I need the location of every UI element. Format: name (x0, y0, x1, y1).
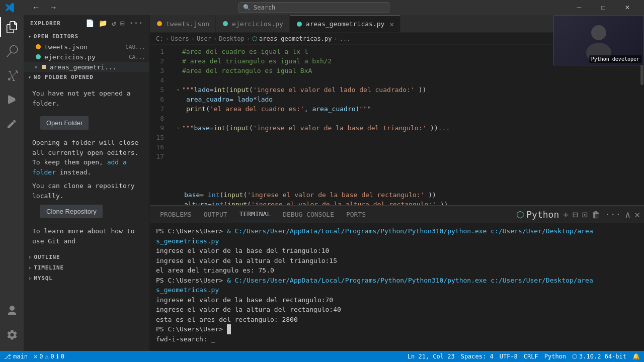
tab-output[interactable]: OUTPUT (198, 208, 233, 221)
status-notification[interactable]: 🔔 (632, 353, 640, 360)
open-folder-button[interactable]: Open Folder (40, 116, 89, 130)
titlebar-left: ← → (5, 2, 60, 13)
terminal-split-btn[interactable]: ⊟ (573, 209, 578, 220)
sidebar-file-ejercicios[interactable]: ejercicios.py CA... (24, 52, 149, 62)
terminal-interpreter: ⬡ Python (516, 209, 559, 220)
activity-run[interactable] (0, 87, 24, 112)
activity-explorer[interactable] (0, 15, 24, 39)
info-icon: ℹ (56, 353, 59, 360)
tab-ejercicios-icon (222, 20, 229, 27)
terminal-line-3: ingrese el valor de la altura del triang… (156, 256, 638, 266)
code-line-11 (174, 142, 640, 152)
mysql-section[interactable]: › MYSQL (24, 273, 149, 284)
nav-back-button[interactable]: ← (29, 2, 43, 13)
clone-repository-button[interactable]: Clone Repository (40, 205, 103, 218)
tab-ejercicios[interactable]: ejercicios.py (216, 15, 290, 33)
notification-icon: 🔔 (632, 353, 640, 360)
status-language[interactable]: Python (544, 353, 566, 360)
terminal-close-btn[interactable]: ✕ (634, 209, 640, 220)
status-language-label: Python (544, 353, 566, 360)
tab-tweets[interactable]: tweets.json (150, 15, 216, 33)
no-folder-section[interactable]: ▾ NO FOLDER OPENED (24, 72, 149, 82)
status-warnings-count: 0 (51, 353, 54, 360)
fold-btn-5[interactable]: ▾ (174, 86, 182, 94)
terminal-layout-btn[interactable]: ⊡ (582, 209, 588, 220)
breadcrumb-users[interactable]: Users (171, 35, 189, 42)
editor-area: tweets.json ejercicios.py areas_geometri… (150, 15, 644, 351)
outline-section[interactable]: › OUTLINE (24, 252, 149, 262)
ejercicios-file-icon (34, 53, 42, 61)
line-numbers: 1 2 3 4 5 6 7 8 9 15 16 17 (150, 45, 170, 205)
status-position[interactable]: Ln 21, Col 23 (408, 353, 455, 360)
status-spaces[interactable]: Spaces: 4 (461, 353, 494, 360)
activity-search[interactable] (0, 39, 24, 63)
timeline-section[interactable]: › TIMELINE (24, 262, 149, 273)
terminal-maximize-btn[interactable]: ∧ (625, 209, 630, 220)
terminal-more-btn[interactable]: ··· (605, 209, 621, 220)
tab-areas-close[interactable]: ✕ (389, 20, 393, 28)
tab-debug[interactable]: DEBUG CONSOLE (277, 208, 340, 221)
fold-btn-9[interactable]: › (174, 124, 182, 132)
terminal-tabs-bar: PROBLEMS OUTPUT TERMINAL DEBUG CONSOLE P… (150, 206, 644, 223)
areas-file-name: areas_geometri... (50, 63, 145, 71)
activity-extensions[interactable] (0, 112, 24, 136)
status-branch[interactable]: ⎇ main (4, 353, 28, 360)
sidebar-file-tweets[interactable]: tweets.json CAU... (24, 42, 149, 52)
outline-chevron: › (28, 254, 32, 260)
tab-areas[interactable]: areas_geometricas.py ✕ (290, 15, 400, 33)
activity-account[interactable] (0, 299, 24, 323)
tweets-file-path: CAU... (125, 44, 145, 50)
error-icon: ✕ (34, 353, 37, 360)
code-line-6: area_cuadro= lado*lado (174, 95, 640, 104)
nav-forward-button[interactable]: → (46, 2, 60, 13)
terminal-add-btn[interactable]: + (563, 209, 569, 220)
activity-settings[interactable] (0, 323, 24, 347)
code-line-16: base= int(input('ingrese el valor de la … (174, 190, 640, 200)
new-file-icon[interactable]: 📄 (86, 19, 95, 27)
status-encoding-label: UTF-8 (500, 353, 518, 360)
breadcrumb-user[interactable]: User (197, 35, 211, 42)
terminal-trash-btn[interactable]: 🗑 (592, 209, 601, 220)
status-errors[interactable]: ✕ 0 ⚠ 0 ℹ 0 (34, 353, 64, 360)
terminal-line-2: ingrese el valor de la base del triangul… (156, 246, 638, 256)
sidebar-file-areas[interactable]: ✕ areas_geometri... (24, 62, 149, 72)
activity-bar (0, 15, 24, 351)
collapse-icon[interactable]: ⊟ (120, 19, 125, 27)
status-encoding[interactable]: UTF-8 (500, 353, 518, 360)
code-content[interactable]: #area del cuadro es igual a lx l # area … (170, 45, 640, 205)
code-line-7: print('el area del cuadro es:', area_cua… (174, 104, 640, 114)
tweets-file-name: tweets.json (44, 43, 121, 51)
tab-terminal[interactable]: TERMINAL (233, 207, 277, 221)
code-editor[interactable]: 1 2 3 4 5 6 7 8 9 15 16 17 (150, 45, 644, 205)
terminal-line-5b: s_geometricas.py (156, 285, 638, 295)
terminal-interpreter-label[interactable]: Python (526, 209, 559, 220)
open-editors-section[interactable]: ▾ Open Editors (24, 31, 149, 42)
code-line-13 (174, 161, 640, 171)
mysql-chevron: › (28, 275, 32, 282)
search-bar[interactable]: 🔍 Search (238, 2, 389, 13)
breadcrumb-file[interactable]: areas_geometricas.py (259, 35, 332, 42)
activity-git[interactable] (0, 63, 24, 87)
window-close-button[interactable]: ✕ (616, 0, 639, 15)
areas-file-close[interactable]: ✕ (34, 64, 38, 70)
new-folder-icon[interactable]: 📁 (99, 19, 108, 27)
editor-scrollbar[interactable] (640, 45, 644, 205)
more-options-icon[interactable]: ··· (129, 19, 143, 27)
status-python-version[interactable]: ⬡ 3.10.2 64-bit (572, 353, 626, 360)
tab-problems[interactable]: PROBLEMS (154, 208, 198, 221)
timeline-label: TIMELINE (34, 264, 63, 271)
window-minimize-button[interactable]: ─ (568, 0, 591, 15)
breadcrumb-context[interactable]: ... (340, 35, 351, 42)
sidebar-header: Explorer 📄 📁 ↺ ⊟ ··· (24, 15, 149, 31)
tab-ports[interactable]: PORTS (340, 208, 372, 221)
status-line-endings[interactable]: CRLF (524, 353, 538, 360)
window-maximize-button[interactable]: □ (592, 0, 615, 15)
refresh-icon[interactable]: ↺ (112, 19, 116, 27)
breadcrumb-desktop[interactable]: Desktop (219, 35, 245, 42)
open-folder-desc: Opening a folder will close all currentl… (32, 138, 141, 177)
terminal-content[interactable]: PS C:\Users\User> & C:/Users/User/AppDat… (150, 223, 644, 351)
breadcrumb-c[interactable]: C: (156, 35, 163, 42)
code-line-15 (174, 180, 640, 190)
titlebar-right: ─ □ ✕ (568, 0, 639, 15)
terminal-interpreter-icon: ⬡ (516, 209, 524, 220)
